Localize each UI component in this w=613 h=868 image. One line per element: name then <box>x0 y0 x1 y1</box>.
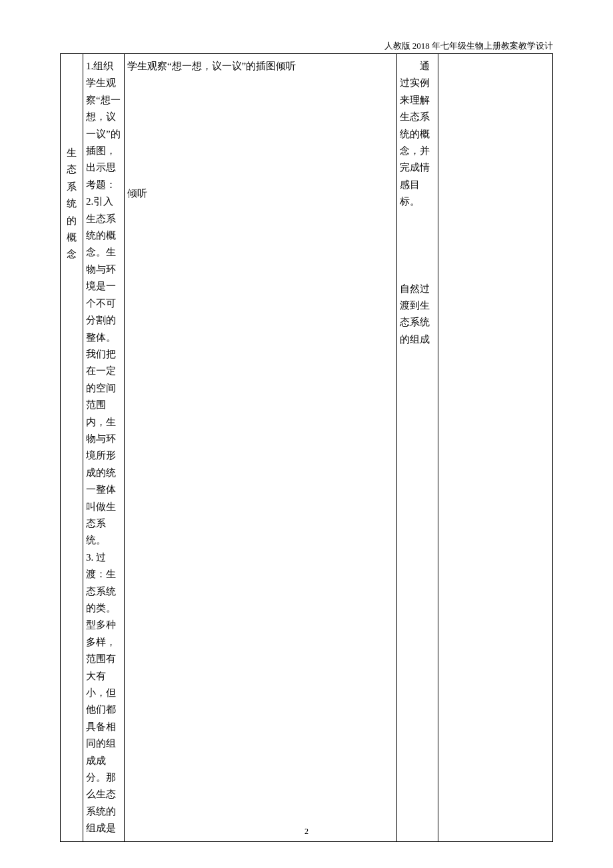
student-activity-line2: 倾听 <box>127 185 394 202</box>
student-activity-line1: 学生观察“想一想，议一议”的插图倾听 <box>127 58 394 75</box>
page-header: 人教版 2018 年七年级生物上册教案教学设计 <box>384 39 554 53</box>
section-title-cell: 生态系统的概念 <box>61 54 83 842</box>
notes-cell <box>438 54 553 842</box>
design-intent-part1: 通过实例来理解生态系统的概念，并完成情感目标。 <box>400 58 435 211</box>
design-intent-part2: 自然过渡到生态系统的组成 <box>400 281 435 349</box>
student-activity-cell: 学生观察“想一想，议一议”的插图倾听 倾听 <box>124 54 396 842</box>
teacher-activity-text: 1.组织学生观察“想一想，议一议”的插图，出示思考题： 2.引入生态系统的概念。… <box>86 58 121 837</box>
teacher-activity-cell: 1.组织学生观察“想一想，议一议”的插图，出示思考题： 2.引入生态系统的概念。… <box>83 54 124 842</box>
lesson-plan-table: 生态系统的概念 1.组织学生观察“想一想，议一议”的插图，出示思考题： 2.引入… <box>60 53 553 842</box>
design-intent-cell: 通过实例来理解生态系统的概念，并完成情感目标。 自然过渡到生态系统的组成 <box>397 54 438 842</box>
section-title: 生态系统的概念 <box>63 58 80 263</box>
page-number: 2 <box>0 825 613 838</box>
